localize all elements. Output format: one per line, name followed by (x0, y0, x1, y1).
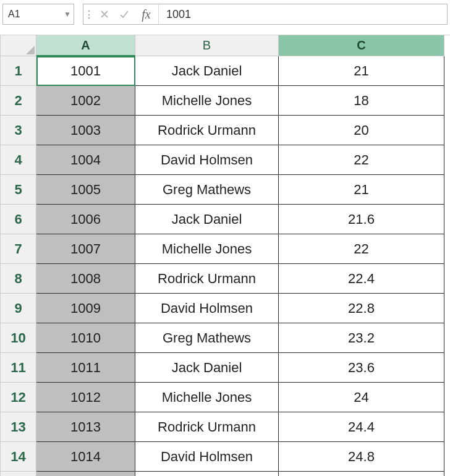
chevron-down-icon[interactable]: ▼ (64, 10, 71, 19)
cell[interactable]: 1012 (36, 383, 135, 412)
cell[interactable]: 24 (279, 383, 444, 412)
cell-value: 1004 (70, 152, 101, 168)
row-header[interactable]: 14 (1, 442, 36, 472)
cell-value: 1010 (70, 330, 101, 346)
cell-value: 1008 (70, 271, 101, 287)
cell[interactable]: 1013 (36, 412, 135, 442)
cell-value: 1013 (70, 419, 101, 435)
row-header[interactable]: 3 (1, 116, 36, 145)
cell[interactable]: Michelle Jones (135, 234, 279, 264)
cell[interactable]: 21 (279, 175, 444, 205)
column-label: A (81, 38, 90, 53)
column-header-A[interactable]: A (36, 35, 135, 56)
cell-value: 1014 (70, 449, 101, 465)
cell[interactable]: David Holmsen (135, 145, 279, 175)
cell[interactable]: 22.8 (279, 294, 444, 323)
cell[interactable]: 1003 (36, 116, 135, 145)
cell[interactable] (36, 472, 135, 476)
cell-value: Michelle Jones (162, 241, 252, 257)
formula-bar-row: A1 ▼ ⋮ fx 1001 (2, 4, 448, 25)
column-header-B[interactable]: B (135, 35, 279, 56)
cell[interactable]: 1007 (36, 234, 135, 264)
cell[interactable]: 1004 (36, 145, 135, 175)
cell-A1[interactable]: 1001 (36, 56, 135, 86)
cell[interactable]: 22 (279, 234, 444, 264)
cell-C1[interactable]: 21 (279, 56, 444, 86)
cell[interactable] (135, 472, 279, 476)
row-number: 8 (14, 271, 22, 287)
fx-button[interactable]: fx (134, 4, 159, 24)
cell[interactable]: Michelle Jones (135, 383, 279, 412)
cell[interactable]: 1011 (36, 353, 135, 383)
row-header[interactable]: 9 (1, 294, 36, 323)
row-header[interactable]: 8 (1, 264, 36, 294)
cell-value: 1007 (70, 241, 101, 257)
row-header[interactable]: 1 (1, 56, 36, 86)
row-header[interactable]: 5 (1, 175, 36, 205)
cell-value: 1006 (70, 211, 101, 227)
select-all-corner[interactable] (1, 35, 36, 56)
row-number: 11 (11, 360, 25, 376)
cell[interactable]: Rodrick Urmann (135, 264, 279, 294)
cell-value: David Holmsen (161, 449, 253, 465)
cell[interactable]: 24.8 (279, 442, 444, 472)
cell[interactable]: David Holmsen (135, 442, 279, 472)
cell[interactable]: 24.4 (279, 412, 444, 442)
row-header[interactable]: 2 (1, 86, 36, 116)
cell-value: Rodrick Urmann (158, 271, 256, 287)
cell[interactable]: 23.6 (279, 353, 444, 383)
cell[interactable]: 23.2 (279, 323, 444, 353)
cell[interactable]: 22.4 (279, 264, 444, 294)
cell-value: David Holmsen (161, 152, 253, 168)
row-number: 5 (14, 182, 22, 198)
formula-input-value: 1001 (166, 8, 191, 21)
row-header[interactable]: 13 (1, 412, 36, 442)
column-header-C[interactable]: C (279, 35, 444, 56)
check-icon[interactable] (114, 4, 134, 24)
cell[interactable]: 1010 (36, 323, 135, 353)
cell-value: 1012 (70, 389, 101, 406)
cell[interactable]: 1002 (36, 86, 135, 116)
name-box[interactable]: A1 ▼ (2, 4, 74, 25)
spacer (74, 4, 83, 25)
cell[interactable]: 1009 (36, 294, 135, 323)
cell-value: Michelle Jones (162, 389, 252, 406)
row-header[interactable]: 11 (1, 353, 36, 383)
row-header[interactable]: 6 (1, 205, 36, 234)
divider-icon: ⋮ (83, 4, 95, 24)
cell[interactable]: David Holmsen (135, 294, 279, 323)
cell[interactable]: 1008 (36, 264, 135, 294)
cell[interactable]: Jack Daniel (135, 353, 279, 383)
cell-value: 22 (354, 241, 368, 257)
cell[interactable]: Michelle Jones (135, 86, 279, 116)
row-header[interactable]: 12 (1, 383, 36, 412)
cell[interactable]: Jack Daniel (135, 205, 279, 234)
row-header[interactable]: 7 (1, 234, 36, 264)
row-header[interactable] (1, 472, 36, 476)
formula-bar: ⋮ fx 1001 (83, 4, 448, 25)
row-number: 7 (14, 241, 22, 257)
cell-value: 21 (354, 63, 368, 79)
cancel-icon[interactable] (95, 4, 114, 24)
cell[interactable]: 1014 (36, 442, 135, 472)
cell-value: Jack Daniel (172, 360, 242, 376)
cell[interactable]: 20 (279, 116, 444, 145)
cell[interactable]: Greg Mathews (135, 323, 279, 353)
cell[interactable]: 21.6 (279, 205, 444, 234)
cell[interactable]: 1006 (36, 205, 135, 234)
cell[interactable]: 1005 (36, 175, 135, 205)
row-header[interactable]: 10 (1, 323, 36, 353)
cell[interactable]: Rodrick Urmann (135, 412, 279, 442)
column-label: B (203, 38, 211, 53)
row-header[interactable]: 4 (1, 145, 36, 175)
formula-input[interactable]: 1001 (159, 4, 447, 24)
cell-value: 23.6 (348, 360, 375, 376)
cell[interactable]: Greg Mathews (135, 175, 279, 205)
cell[interactable] (279, 472, 444, 476)
cell-B1[interactable]: Jack Daniel (135, 56, 279, 86)
cell[interactable]: 18 (279, 86, 444, 116)
cell[interactable]: 22 (279, 145, 444, 175)
cell-value: 1005 (70, 182, 101, 198)
cell[interactable]: Rodrick Urmann (135, 116, 279, 145)
cell-value: 1003 (70, 122, 101, 138)
